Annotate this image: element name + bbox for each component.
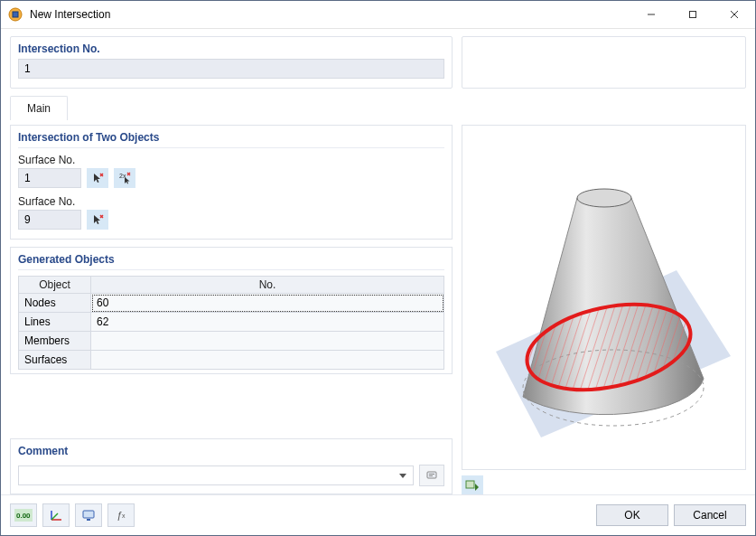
svg-rect-34 (87, 519, 90, 521)
table-row: Lines 62 (19, 313, 444, 332)
generated-row-label: Lines (19, 313, 91, 332)
svg-marker-13 (94, 215, 100, 224)
generated-objects-card: Generated Objects Object No. Nodes (10, 247, 453, 374)
function-icon: ƒ x (114, 509, 128, 522)
preview-tools (462, 475, 746, 495)
footer-left-tools: 0.00 (10, 503, 135, 527)
generated-row-label: Surfaces (19, 351, 91, 370)
coordinate-system-button[interactable] (42, 503, 70, 527)
generated-col-no: No. (91, 277, 444, 294)
table-row: Members (19, 332, 444, 351)
svg-rect-33 (83, 511, 94, 518)
top-right-blank-panel (462, 36, 746, 89)
ok-button[interactable]: OK (596, 504, 668, 526)
script-button[interactable]: ƒ x (107, 503, 135, 527)
tab-main[interactable]: Main (10, 96, 68, 120)
generated-row-label: Nodes (19, 294, 91, 313)
generated-objects-table: Object No. Nodes 60 Lines 62 (18, 276, 444, 370)
svg-point-23 (577, 189, 631, 207)
main-left-column: Intersection of Two Objects Surface No. (10, 125, 453, 494)
minimize-button[interactable] (630, 1, 672, 28)
generated-row-value[interactable] (91, 351, 444, 370)
main-row: Intersection of Two Objects Surface No. (10, 125, 746, 494)
generated-row-label: Members (19, 332, 91, 351)
svg-line-32 (51, 513, 58, 520)
monitor-icon (81, 509, 96, 522)
svg-marker-27 (475, 484, 479, 491)
pick-surface2-button[interactable] (87, 210, 108, 230)
dialog-new-intersection: New Intersection Intersection No. (0, 0, 756, 536)
surface1-label: Surface No. (18, 154, 444, 166)
comment-card: Comment (10, 438, 453, 494)
two-objects-card: Intersection of Two Objects Surface No. (10, 125, 453, 240)
pick-multiple-surface1-button[interactable]: 2x (114, 168, 135, 188)
table-row: Surfaces (19, 351, 444, 370)
display-options-icon (465, 479, 480, 492)
surface2-label: Surface No. (18, 195, 444, 208)
dialog-body: Intersection No. Main Intersection of Tw… (1, 29, 755, 494)
comment-header: Comment (18, 445, 444, 461)
preview-panel (462, 125, 746, 470)
intersection-no-panel: Intersection No. (10, 36, 453, 89)
dialog-footer: 0.00 (1, 494, 755, 535)
cursor-pick-icon (91, 213, 104, 226)
surface2-input[interactable] (18, 210, 81, 230)
main-right-column (462, 125, 746, 494)
generated-row-value[interactable] (91, 332, 444, 351)
units-icon: 0.00 (14, 509, 33, 522)
preview-options-button[interactable] (462, 475, 483, 495)
comment-icon (425, 469, 438, 482)
two-objects-header: Intersection of Two Objects (18, 131, 444, 148)
generated-row-value[interactable]: 60 (91, 294, 444, 313)
svg-rect-17 (427, 472, 436, 478)
display-button[interactable] (75, 503, 102, 527)
comment-combobox[interactable] (18, 465, 414, 485)
svg-rect-1 (13, 12, 18, 17)
tabs: Main (10, 96, 746, 120)
table-row: Nodes 60 (19, 294, 444, 313)
app-icon (8, 7, 23, 22)
svg-marker-16 (399, 474, 406, 478)
left-spacer (10, 381, 453, 431)
svg-rect-3 (690, 12, 696, 18)
cursor-pick-multiple-icon: 2x (118, 172, 131, 184)
intersection-no-label: Intersection No. (18, 42, 444, 55)
close-button[interactable] (714, 1, 755, 28)
svg-marker-6 (94, 174, 100, 183)
intersection-no-input[interactable] (18, 59, 444, 79)
svg-text:x: x (122, 512, 126, 519)
titlebar: New Intersection (1, 1, 755, 29)
intersection-preview-graphic (469, 126, 740, 469)
svg-text:0.00: 0.00 (16, 512, 31, 520)
cancel-button[interactable]: Cancel (674, 504, 746, 526)
chevron-down-icon (398, 471, 407, 480)
svg-rect-26 (466, 481, 474, 488)
svg-marker-10 (125, 177, 130, 184)
top-row: Intersection No. (10, 36, 746, 89)
comment-library-button[interactable] (419, 465, 444, 486)
maximize-button[interactable] (672, 1, 714, 28)
cursor-pick-icon (91, 172, 104, 184)
pick-surface1-button[interactable] (87, 168, 108, 188)
window-controls (630, 1, 755, 28)
window-title: New Intersection (30, 8, 630, 21)
axes-icon (49, 509, 63, 522)
generated-objects-header: Generated Objects (18, 253, 444, 270)
tab-main-label: Main (27, 102, 51, 115)
units-button[interactable]: 0.00 (10, 503, 37, 527)
generated-col-object: Object (19, 277, 91, 294)
generated-row-value[interactable]: 62 (91, 313, 444, 332)
surface1-input[interactable] (18, 168, 81, 188)
